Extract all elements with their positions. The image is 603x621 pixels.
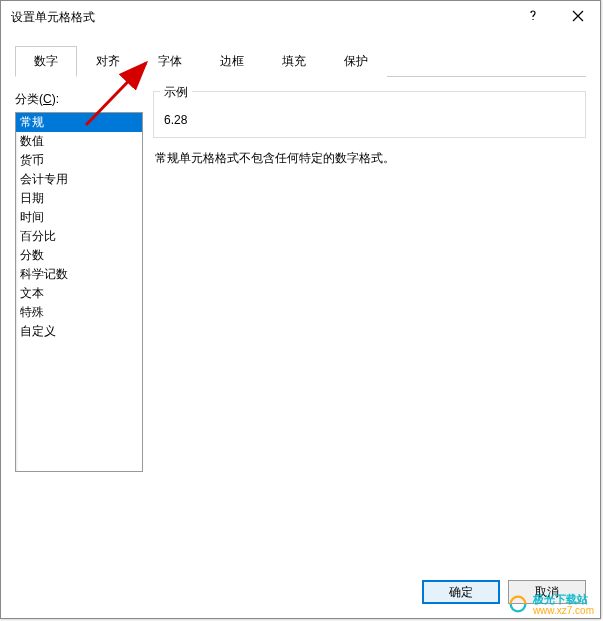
tab-font[interactable]: 字体 (139, 46, 201, 77)
detail-panel: 示例 6.28 常规单元格格式不包含任何特定的数字格式。 (153, 91, 586, 547)
category-item-text[interactable]: 文本 (16, 284, 142, 303)
close-button[interactable] (555, 1, 600, 31)
category-item-accounting[interactable]: 会计专用 (16, 170, 142, 189)
tab-border[interactable]: 边框 (201, 46, 263, 77)
category-item-general[interactable]: 常规 (16, 113, 142, 132)
example-box: 示例 6.28 (153, 91, 586, 138)
category-item-date[interactable]: 日期 (16, 189, 142, 208)
watermark-logo-icon (507, 593, 529, 615)
watermark-url: www.xz7.com (533, 605, 594, 616)
tab-alignment[interactable]: 对齐 (77, 46, 139, 77)
help-button[interactable] (510, 1, 555, 31)
category-label-accel: C (43, 92, 52, 106)
category-item-scientific[interactable]: 科学记数 (16, 265, 142, 284)
category-label: 分类(C): (15, 91, 143, 108)
titlebar-buttons (510, 1, 600, 33)
watermark: 极光下载站 www.xz7.com (507, 593, 594, 616)
dialog-title: 设置单元格格式 (11, 9, 95, 26)
tab-protection[interactable]: 保护 (325, 46, 387, 77)
category-item-percentage[interactable]: 百分比 (16, 227, 142, 246)
category-item-custom[interactable]: 自定义 (16, 322, 142, 341)
ok-button[interactable]: 确定 (422, 580, 500, 604)
category-item-time[interactable]: 时间 (16, 208, 142, 227)
category-item-special[interactable]: 特殊 (16, 303, 142, 322)
tab-content: 分类(C): 常规 数值 货币 会计专用 日期 时间 百分比 分数 科学记数 文… (15, 77, 586, 547)
format-cells-dialog: 设置单元格格式 数字 对齐 字体 边框 填充 保护 分类(C): (0, 0, 601, 619)
category-label-suffix: ): (52, 92, 59, 106)
watermark-text: 极光下载站 www.xz7.com (533, 593, 594, 616)
dialog-body: 数字 对齐 字体 边框 填充 保护 分类(C): 常规 数值 货币 会计专用 日… (1, 33, 600, 618)
example-label: 示例 (160, 84, 192, 101)
close-icon (572, 10, 584, 22)
tab-number[interactable]: 数字 (15, 46, 77, 77)
watermark-name: 极光下载站 (533, 593, 594, 605)
tabs: 数字 对齐 字体 边框 填充 保护 (15, 45, 586, 77)
format-description: 常规单元格格式不包含任何特定的数字格式。 (153, 150, 586, 167)
category-label-prefix: 分类( (15, 92, 43, 106)
category-panel: 分类(C): 常规 数值 货币 会计专用 日期 时间 百分比 分数 科学记数 文… (15, 91, 143, 547)
category-item-currency[interactable]: 货币 (16, 151, 142, 170)
category-list[interactable]: 常规 数值 货币 会计专用 日期 时间 百分比 分数 科学记数 文本 特殊 自定… (15, 112, 143, 472)
category-item-number[interactable]: 数值 (16, 132, 142, 151)
example-value: 6.28 (154, 109, 585, 127)
category-item-fraction[interactable]: 分数 (16, 246, 142, 265)
tab-fill[interactable]: 填充 (263, 46, 325, 77)
titlebar: 设置单元格格式 (1, 1, 600, 33)
help-icon (527, 10, 539, 22)
